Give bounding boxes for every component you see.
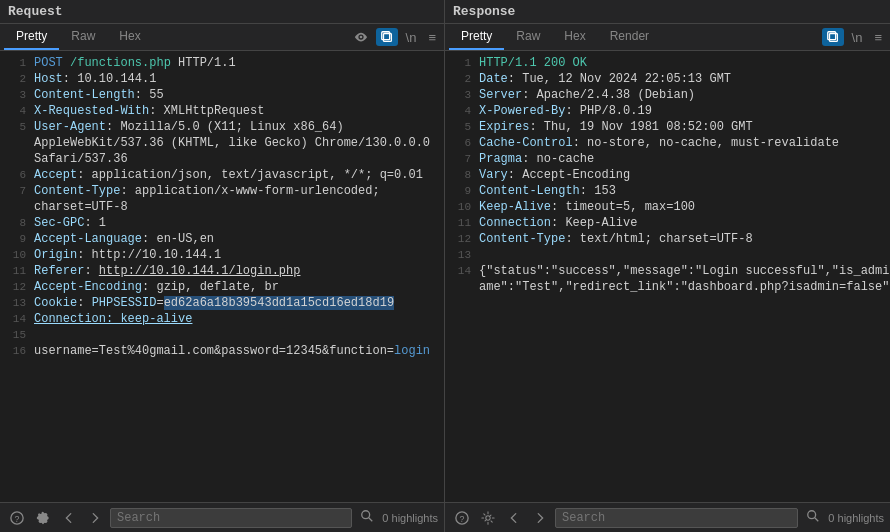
- line-item: 4 X-Requested-With: XMLHttpRequest: [0, 103, 444, 119]
- search-input-response[interactable]: [555, 508, 798, 528]
- line-item: 1 HTTP/1.1 200 OK: [445, 55, 890, 71]
- help-icon-response[interactable]: ?: [451, 509, 473, 527]
- response-bottom-bar: ? 0 highlights: [445, 502, 890, 532]
- menu-icon-response[interactable]: ≡: [870, 28, 886, 47]
- line-item: 8 Sec-GPC: 1: [0, 215, 444, 231]
- line-item: 6 Accept: application/json, text/javascr…: [0, 167, 444, 183]
- line-item: 16 username=Test%40gmail.com&password=12…: [0, 343, 444, 359]
- line-item: 1 POST /functions.php HTTP/1.1: [0, 55, 444, 71]
- line-item: 12 Content-Type: text/html; charset=UTF-…: [445, 231, 890, 247]
- forward-icon-request[interactable]: [84, 509, 106, 527]
- copy-icon[interactable]: [376, 28, 398, 46]
- search-button-request[interactable]: [356, 507, 378, 528]
- line-item: 11 Connection: Keep-Alive: [445, 215, 890, 231]
- highlights-count-request: 0 highlights: [382, 512, 438, 524]
- svg-text:?: ?: [460, 513, 465, 523]
- line-item: 9 Content-Length: 153: [445, 183, 890, 199]
- response-content[interactable]: 1 HTTP/1.1 200 OK 2 Date: Tue, 12 Nov 20…: [445, 51, 890, 502]
- response-panel-header: Response: [445, 0, 890, 24]
- svg-point-12: [808, 511, 816, 519]
- help-icon-request[interactable]: ?: [6, 509, 28, 527]
- forward-icon-response[interactable]: [529, 509, 551, 527]
- tab-hex-response[interactable]: Hex: [552, 24, 597, 50]
- tab-hex-request[interactable]: Hex: [107, 24, 152, 50]
- line-item: 8 Vary: Accept-Encoding: [445, 167, 890, 183]
- back-icon-response[interactable]: [503, 509, 525, 527]
- svg-point-5: [362, 511, 370, 519]
- line-item: 10 Origin: http://10.10.144.1: [0, 247, 444, 263]
- line-item: 4 X-Powered-By: PHP/8.0.19: [445, 103, 890, 119]
- menu-icon-request[interactable]: ≡: [424, 28, 440, 47]
- request-bottom-bar: ? 0 highlights: [0, 502, 444, 532]
- line-item: 9 Accept-Language: en-US,en: [0, 231, 444, 247]
- response-panel: Response Pretty Raw Hex Render \n ≡ 1 HT…: [445, 0, 890, 532]
- search-input-request[interactable]: [110, 508, 352, 528]
- line-item: charset=UTF-8: [0, 199, 444, 215]
- line-item: 13 Cookie: PHPSESSID=ed62a6a18b39543dd1a…: [0, 295, 444, 311]
- newline-icon-request[interactable]: \n: [402, 28, 421, 47]
- line-item: 10 Keep-Alive: timeout=5, max=100: [445, 199, 890, 215]
- line-item: 6 Cache-Control: no-store, no-cache, mus…: [445, 135, 890, 151]
- line-item: 12 Accept-Encoding: gzip, deflate, br: [0, 279, 444, 295]
- newline-icon-response[interactable]: \n: [848, 28, 867, 47]
- line-item: 2 Host: 10.10.144.1: [0, 71, 444, 87]
- request-panel: Request Pretty Raw Hex \n ≡ 1 POST /func…: [0, 0, 445, 532]
- response-title: Response: [453, 4, 515, 19]
- request-panel-header: Request: [0, 0, 444, 24]
- response-tab-icons: \n ≡: [822, 28, 886, 47]
- highlights-count-response: 0 highlights: [828, 512, 884, 524]
- line-item: 5 User-Agent: Mozilla/5.0 (X11; Linux x8…: [0, 119, 444, 135]
- line-item: AppleWebKit/537.36 (KHTML, like Gecko) C…: [0, 135, 444, 151]
- request-tab-icons: \n ≡: [350, 28, 440, 47]
- line-item: 13: [445, 247, 890, 263]
- line-item: 3 Server: Apache/2.4.38 (Debian): [445, 87, 890, 103]
- line-item: 2 Date: Tue, 12 Nov 2024 22:05:13 GMT: [445, 71, 890, 87]
- line-item: Safari/537.36: [0, 151, 444, 167]
- tab-pretty-response[interactable]: Pretty: [449, 24, 504, 50]
- line-item: 15: [0, 327, 444, 343]
- line-item: ame":"Test","redirect_link":"dashboard.p…: [445, 279, 890, 295]
- copy-icon-response[interactable]: [822, 28, 844, 46]
- line-item: 3 Content-Length: 55: [0, 87, 444, 103]
- request-content[interactable]: 1 POST /functions.php HTTP/1.1 2 Host: 1…: [0, 51, 444, 502]
- settings-icon-response[interactable]: [477, 509, 499, 527]
- search-button-response[interactable]: [802, 507, 824, 528]
- svg-point-0: [359, 36, 362, 39]
- tab-raw-response[interactable]: Raw: [504, 24, 552, 50]
- line-item: 5 Expires: Thu, 19 Nov 1981 08:52:00 GMT: [445, 119, 890, 135]
- svg-text:?: ?: [15, 513, 20, 523]
- svg-line-13: [815, 518, 819, 522]
- eye-icon[interactable]: [350, 28, 372, 46]
- line-item: 7 Pragma: no-cache: [445, 151, 890, 167]
- request-title: Request: [8, 4, 63, 19]
- line-item: 11 Referer: http://10.10.144.1/login.php: [0, 263, 444, 279]
- line-item: 14 {"status":"success","message":"Login …: [445, 263, 890, 279]
- tab-raw-request[interactable]: Raw: [59, 24, 107, 50]
- line-item: 14 Connection: keep-alive: [0, 311, 444, 327]
- back-icon-request[interactable]: [58, 509, 80, 527]
- tab-pretty-request[interactable]: Pretty: [4, 24, 59, 50]
- svg-line-6: [369, 518, 373, 522]
- request-tabs-bar: Pretty Raw Hex \n ≡: [0, 24, 444, 51]
- settings-icon-request[interactable]: [32, 509, 54, 527]
- response-tabs-bar: Pretty Raw Hex Render \n ≡: [445, 24, 890, 51]
- line-item: 7 Content-Type: application/x-www-form-u…: [0, 183, 444, 199]
- tab-render-response[interactable]: Render: [598, 24, 661, 50]
- panels-container: Request Pretty Raw Hex \n ≡ 1 POST /func…: [0, 0, 890, 532]
